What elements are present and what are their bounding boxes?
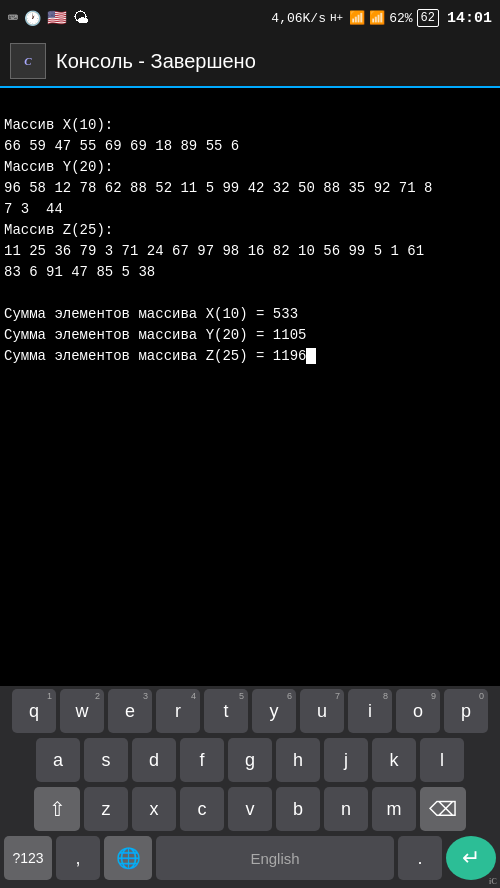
clock-icon: 🕐 [24, 10, 41, 27]
key-o[interactable]: 9o [396, 689, 440, 733]
key-d[interactable]: d [132, 738, 176, 782]
key-h[interactable]: h [276, 738, 320, 782]
cursor [306, 348, 316, 364]
key-l[interactable]: l [420, 738, 464, 782]
battery-icon: 62 [417, 9, 439, 27]
key-w[interactable]: 2w [60, 689, 104, 733]
key-c[interactable]: c [180, 787, 224, 831]
symbols-key[interactable]: ?123 [4, 836, 52, 880]
shift-key[interactable]: ⇧ [34, 787, 80, 831]
console-text: Массив X(10): 66 59 47 55 69 69 18 89 55… [4, 117, 432, 364]
signal-bars-2: 📶 [369, 10, 385, 26]
keyboard-row-1: 1q 2w 3e 4r 5t 6y 7u 8i 9o 0p [0, 686, 500, 735]
keyboard-row-2: a s d f g h j k l [0, 735, 500, 784]
weather-icon: 🌤 [73, 9, 89, 28]
keyboard[interactable]: 1q 2w 3e 4r 5t 6y 7u 8i 9o 0p a s d f g … [0, 686, 500, 888]
key-j[interactable]: j [324, 738, 368, 782]
key-i[interactable]: 8i [348, 689, 392, 733]
key-e[interactable]: 3e [108, 689, 152, 733]
key-t[interactable]: 5t [204, 689, 248, 733]
signal-type: H+ [330, 12, 343, 24]
key-m[interactable]: m [372, 787, 416, 831]
title-bar: C iC Консоль - Завершено [0, 36, 500, 88]
battery-percent: 62% [389, 11, 412, 26]
key-b[interactable]: b [276, 787, 320, 831]
key-z[interactable]: z [84, 787, 128, 831]
key-a[interactable]: a [36, 738, 80, 782]
key-x[interactable]: x [132, 787, 176, 831]
key-q[interactable]: 1q [12, 689, 56, 733]
flag-icon: 🇺🇸 [47, 8, 67, 28]
backspace-key[interactable]: ⌫ [420, 787, 466, 831]
key-y[interactable]: 6y [252, 689, 296, 733]
key-p[interactable]: 0p [444, 689, 488, 733]
time-display: 14:01 [447, 10, 492, 27]
key-g[interactable]: g [228, 738, 272, 782]
globe-key[interactable]: 🌐 [104, 836, 152, 880]
key-k[interactable]: k [372, 738, 416, 782]
keyboard-row-3: ⇧ z x c v b n m ⌫ [0, 784, 500, 833]
status-bar: ⌨ 🕐 🇺🇸 🌤 4,06K/s H+ 📶 📶 62% 62 14:01 [0, 0, 500, 36]
comma-key[interactable]: , [56, 836, 100, 880]
app-icon: C iC [10, 43, 46, 79]
key-f[interactable]: f [180, 738, 224, 782]
console-output: Массив X(10): 66 59 47 55 69 69 18 89 55… [0, 88, 500, 686]
signal-bars-1: 📶 [349, 10, 365, 26]
dot-key[interactable]: . [398, 836, 442, 880]
keyboard-icon: ⌨ [8, 8, 18, 28]
key-v[interactable]: v [228, 787, 272, 831]
window-title: Консоль - Завершено [56, 50, 256, 73]
keyboard-bottom-row: ?123 , 🌐 English . ↵ [0, 833, 500, 888]
key-u[interactable]: 7u [300, 689, 344, 733]
space-key[interactable]: English [156, 836, 394, 880]
key-s[interactable]: s [84, 738, 128, 782]
enter-key[interactable]: ↵ [446, 836, 496, 880]
network-speed: 4,06K/s [271, 11, 326, 26]
key-r[interactable]: 4r [156, 689, 200, 733]
key-n[interactable]: n [324, 787, 368, 831]
